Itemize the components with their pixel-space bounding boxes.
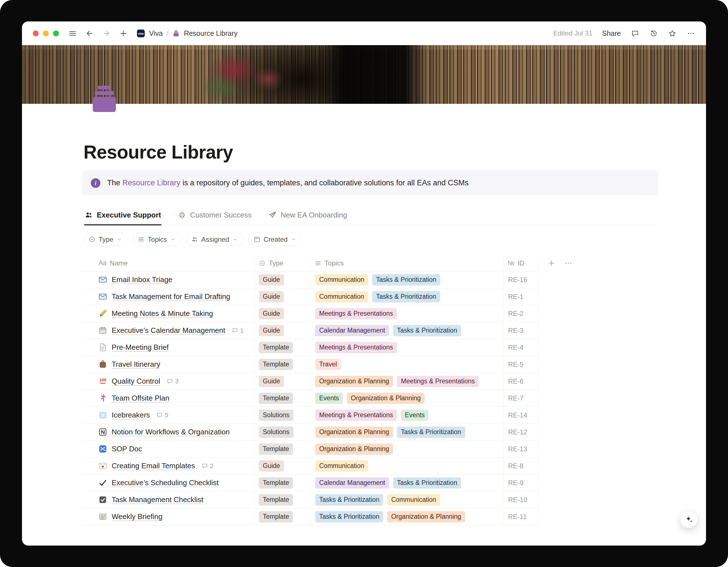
topics-cell[interactable]: Tasks & PrioritizationOrganization & Pla… <box>311 508 504 525</box>
history-icon[interactable] <box>649 29 658 38</box>
id-cell[interactable]: RE-12 <box>504 424 539 440</box>
table-row[interactable]: Team Offsite PlanTemplateEventsOrganizat… <box>82 390 539 407</box>
name-cell[interactable]: Notion for Workflows & Organization <box>82 424 255 440</box>
type-cell[interactable]: Template <box>255 339 311 356</box>
topic-tag[interactable]: Organization & Planning <box>315 376 393 387</box>
type-cell[interactable]: Guide <box>255 322 311 339</box>
table-row[interactable]: SOP DocTemplateOrganization & PlanningRE… <box>82 441 539 458</box>
page-link[interactable]: Executive’s Calendar Management <box>112 326 225 335</box>
type-tag[interactable]: Guide <box>259 376 284 387</box>
page-link[interactable]: Travel Itinerary <box>112 360 160 369</box>
breadcrumb-page[interactable]: Resource Library <box>184 29 237 37</box>
topic-tag[interactable]: Communication <box>315 460 368 472</box>
id-cell[interactable]: RE-10 <box>504 491 539 508</box>
type-cell[interactable]: Guide <box>255 373 311 390</box>
table-row[interactable]: Travel ItineraryTemplateTravelRE-5 <box>82 356 539 373</box>
name-cell[interactable]: Meeting Notes & Minute Taking <box>82 305 255 322</box>
page-link[interactable]: Email Inbox Triage <box>112 275 172 284</box>
type-tag[interactable]: Guide <box>259 274 284 286</box>
topics-cell[interactable]: Calendar ManagementTasks & Prioritizatio… <box>311 322 504 339</box>
page-link[interactable]: Pre-Meeting Brief <box>112 343 169 352</box>
table-row[interactable]: Executive’s Calendar Management1GuideCal… <box>82 322 539 339</box>
column-header-topics[interactable]: Topics <box>311 255 504 271</box>
filter-chip-topics[interactable]: Topics <box>133 233 181 246</box>
topic-tag[interactable]: Meetings & Presentations <box>315 410 397 421</box>
comment-count-badge[interactable]: 2 <box>202 462 213 470</box>
name-cell[interactable]: SOP Doc <box>82 441 255 457</box>
topics-cell[interactable]: Meetings & PresentationsEvents <box>311 407 504 424</box>
topic-tag[interactable]: Communication <box>315 291 368 303</box>
type-tag[interactable]: Solutions <box>259 427 294 438</box>
topic-tag[interactable]: Meetings & Presentations <box>315 342 397 353</box>
table-row[interactable]: Email Inbox TriageGuideCommunicationTask… <box>82 271 539 288</box>
type-tag[interactable]: Guide <box>259 325 284 336</box>
topics-cell[interactable]: Meetings & Presentations <box>311 339 504 356</box>
page-link[interactable]: Team Offsite Plan <box>112 394 169 403</box>
filter-chip-assigned[interactable]: Assigned <box>186 233 243 246</box>
topic-tag[interactable]: Meetings & Presentations <box>397 376 479 387</box>
table-row[interactable]: Task Management ChecklistTemplateTasks &… <box>82 491 539 508</box>
type-tag[interactable]: Template <box>259 393 293 404</box>
column-header-name[interactable]: AaName <box>82 255 255 271</box>
new-page-icon[interactable] <box>119 29 128 38</box>
filter-chip-type[interactable]: Type <box>83 233 127 246</box>
type-cell[interactable]: Template <box>255 475 311 491</box>
column-header-id[interactable]: №ID <box>504 255 539 271</box>
id-cell[interactable]: RE-1 <box>504 288 539 305</box>
topic-tag[interactable]: Tasks & Prioritization <box>315 511 383 522</box>
notion-ai-button[interactable] <box>680 511 698 528</box>
table-row[interactable]: Icebreakers5SolutionsMeetings & Presenta… <box>82 407 539 424</box>
page-link[interactable]: Icebreakers <box>112 411 150 420</box>
type-tag[interactable]: Template <box>259 359 293 370</box>
close-window-button[interactable] <box>33 30 39 36</box>
table-options-icon[interactable] <box>564 259 573 268</box>
type-cell[interactable]: Guide <box>255 458 311 474</box>
id-cell[interactable]: RE-11 <box>504 508 539 525</box>
table-row[interactable]: Notion for Workflows & OrganizationSolut… <box>82 424 539 441</box>
name-cell[interactable]: Executive’s Calendar Management1 <box>82 322 255 339</box>
topic-tag[interactable]: Meetings & Presentations <box>315 308 397 319</box>
id-cell[interactable]: RE-16 <box>504 271 539 288</box>
zoom-window-button[interactable] <box>53 30 59 36</box>
type-cell[interactable]: Template <box>255 441 311 457</box>
more-options-icon[interactable] <box>686 29 695 38</box>
id-cell[interactable]: RE-5 <box>504 356 539 373</box>
topics-cell[interactable]: Tasks & PrioritizationCommunication <box>311 491 504 508</box>
page-link[interactable]: Quality Control <box>112 377 160 386</box>
topics-cell[interactable]: Organization & PlanningMeetings & Presen… <box>311 373 504 390</box>
page-link[interactable]: Notion for Workflows & Organization <box>112 428 230 436</box>
name-cell[interactable]: 100Quality Control3 <box>82 373 255 390</box>
page-link[interactable]: Creating Email Templates <box>112 462 195 470</box>
filter-chip-created[interactable]: Created <box>248 233 302 246</box>
topic-tag[interactable]: Events <box>315 393 343 404</box>
comment-count-badge[interactable]: 5 <box>156 412 168 419</box>
type-cell[interactable]: Guide <box>255 305 311 322</box>
sidebar-toggle-icon[interactable] <box>68 29 77 38</box>
name-cell[interactable]: Team Offsite Plan <box>82 390 255 407</box>
topic-tag[interactable]: Organization & Planning <box>387 511 465 522</box>
page-link[interactable]: SOP Doc <box>112 445 142 453</box>
tab-new-ea-onboarding[interactable]: New EA Onboarding <box>268 208 348 225</box>
type-tag[interactable]: Template <box>259 477 293 489</box>
topics-cell[interactable]: EventsOrganization & Planning <box>311 390 504 407</box>
table-row[interactable]: Executive’s Scheduling ChecklistTemplate… <box>82 475 539 491</box>
name-cell[interactable]: Pre-Meeting Brief <box>82 339 255 356</box>
topic-tag[interactable]: Tasks & Prioritization <box>393 325 461 336</box>
comment-count-badge[interactable]: 1 <box>232 327 244 334</box>
topic-tag[interactable]: Communication <box>387 494 440 506</box>
column-header-type[interactable]: Type <box>255 255 311 271</box>
id-cell[interactable]: RE-13 <box>504 441 539 457</box>
comment-count-badge[interactable]: 3 <box>167 378 178 385</box>
topic-tag[interactable]: Tasks & Prioritization <box>372 274 440 286</box>
name-cell[interactable]: Task Management for Email Drafting <box>82 288 255 305</box>
topic-tag[interactable]: Tasks & Prioritization <box>315 494 383 506</box>
favorite-star-icon[interactable] <box>668 29 677 38</box>
workspace-logo-icon[interactable]: viva <box>136 29 145 38</box>
topics-cell[interactable]: Travel <box>311 356 504 373</box>
resource-library-link[interactable]: Resource Library <box>122 178 180 187</box>
table-row[interactable]: Meeting Notes & Minute TakingGuideMeetin… <box>82 305 539 322</box>
topics-cell[interactable]: Meetings & Presentations <box>311 305 504 322</box>
back-icon[interactable] <box>85 29 94 38</box>
type-cell[interactable]: Template <box>255 508 311 525</box>
topics-cell[interactable]: Calendar ManagementTasks & Prioritizatio… <box>311 475 504 491</box>
